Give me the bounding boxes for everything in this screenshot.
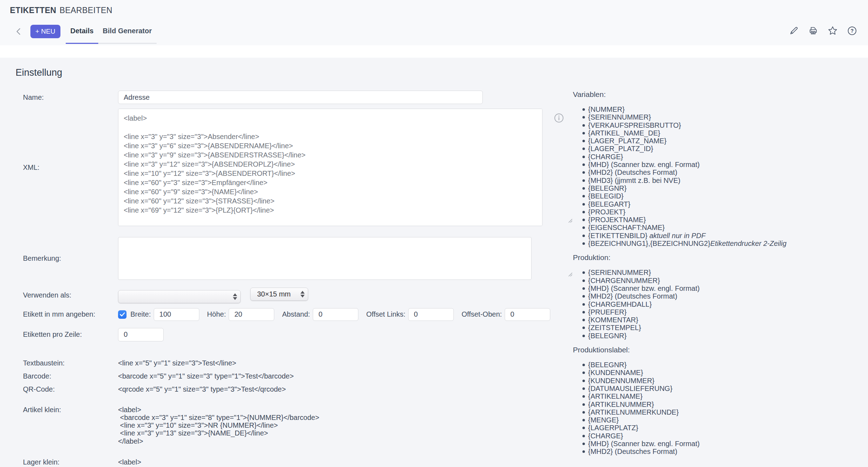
textbaustein-value: <line x="5" y="1" size="3">Test</line> — [118, 359, 574, 367]
variable-item: {BELEGID} — [582, 192, 860, 200]
variable-note: Etikettendrucker 2-Zeilig — [710, 240, 787, 247]
form-row-textbaustein: Textbaustein: <line x="5" y="1" size="3"… — [16, 359, 574, 367]
form-row-etiketten-pro-zeile: Etiketten pro Zeile: — [16, 328, 574, 341]
variable-item: {VERKAUFSPREISBRUTTO} — [582, 121, 860, 129]
variable-item: {SERIENNUMMER} — [582, 113, 860, 121]
variable-text: {MHD2} (Deutsches Format) — [588, 292, 677, 300]
question-circle-icon[interactable]: ? — [847, 25, 857, 36]
bemerkung-textarea[interactable] — [118, 237, 532, 280]
variable-text: {KUNDENNUMMER} — [588, 377, 655, 385]
variable-item: {MHD3} (jjmmtt z.B. bei NVE) — [582, 177, 860, 184]
variable-item: {CHARGE} — [582, 153, 860, 161]
variable-text: {LAGERPLATZ} — [588, 424, 638, 432]
textbaustein-label: Textbaustein: — [16, 359, 118, 367]
variable-text: {BELEGNR} — [588, 361, 627, 369]
mm-field-label: Breite: — [130, 310, 151, 318]
variable-item: {MHD} (Scanner bzw. engl. Format) — [582, 440, 860, 448]
form-row-xml: XML: <label> <line x="3" y="3" size="3">… — [16, 109, 574, 226]
variables-section-title: Variablen: — [573, 90, 860, 99]
artikel-klein-label: Artikel klein: — [16, 406, 118, 414]
verwenden-als-label: Verwenden als: — [16, 291, 118, 299]
variable-text: {MHD2} (Deutsches Format) — [588, 168, 677, 176]
mm-field: Offset Links: — [366, 308, 462, 321]
section-title: Einstellung — [16, 67, 574, 78]
variable-text: {BEZEICHNUNG1},{BEZEICHNUNG2} — [588, 240, 710, 247]
variable-item: {KOMMENTAR} — [582, 316, 860, 324]
page-title: ETIKETTENBEARBEITEN — [10, 6, 112, 15]
mm-field-input[interactable] — [229, 308, 274, 321]
format-select-value: 30×15 mm — [257, 290, 291, 298]
mm-field-input[interactable] — [154, 308, 199, 321]
form-row-etikett-mm: Etikett in mm angeben: Breite: Höhe: — [16, 308, 574, 321]
xml-label: XML: — [16, 163, 118, 172]
form-row-verwenden-als: Verwenden als: 30×15 mm — [16, 288, 574, 303]
mm-field-label: Höhe: — [207, 310, 226, 318]
page-title-module: ETIKETTEN — [10, 6, 56, 15]
qrcode-value: <qrcode x="5" y="1" size="3" type="3">Te… — [118, 385, 574, 393]
variable-item: {ETIKETTENBILD} aktuell nur in PDF — [582, 232, 860, 240]
variable-item: {CHARGE} — [582, 432, 860, 440]
resize-handle-icon[interactable] — [568, 272, 573, 278]
variable-item: {ARTIKELNAME} — [582, 392, 860, 400]
variables-panel: Variablen: {NUMMER} {SERIENNUMMER} {VERK… — [573, 90, 860, 462]
mm-field-input[interactable] — [313, 308, 358, 321]
barcode-label: Barcode: — [16, 372, 118, 380]
mm-field-input[interactable] — [408, 308, 454, 321]
variable-item: {SERIENNUMMER} — [582, 269, 860, 276]
variable-text: {MENGE} — [588, 416, 619, 424]
variable-item: {BELEGNR} — [582, 332, 860, 340]
back-button[interactable] — [13, 26, 25, 38]
mm-field: Breite: — [130, 308, 207, 321]
variable-text: {MHD2} (Deutsches Format) — [588, 448, 677, 455]
form-row-bemerkung: Bemerkung: — [16, 237, 574, 280]
variable-text: {BELEGART} — [588, 200, 631, 208]
tab-bild-generator[interactable]: Bild Generator — [98, 27, 157, 44]
resize-handle-icon[interactable] — [568, 218, 573, 224]
variable-text: {BELEGNR} — [588, 184, 627, 192]
mm-field-input[interactable] — [505, 308, 550, 321]
chevron-left-icon — [14, 27, 23, 38]
variable-text: {BELEGID} — [588, 192, 623, 200]
info-circle-icon[interactable] — [554, 113, 564, 125]
form-row-artikel-klein: Artikel klein: <label> <barcode x="3" y=… — [16, 406, 574, 445]
name-input[interactable] — [118, 91, 483, 104]
produktionslabel-list: {BELEGNR} {KUNDENNAME} {KUNDENNUMMER} {D… — [573, 361, 860, 456]
variable-item: {ARTIKELNUMMERKUNDE} — [582, 408, 860, 416]
printer-icon[interactable] — [808, 25, 819, 36]
toolbar-icons: ? — [788, 25, 857, 36]
variable-item: {PRUEFER} — [582, 308, 860, 316]
variable-text: {PROJEKTNAME} — [588, 216, 646, 224]
variable-text: {SERIENNUMMER} — [588, 269, 651, 276]
page-title-action: BEARBEITEN — [59, 6, 112, 15]
variable-text: {MHD} (Scanner bzw. engl. Format) — [588, 161, 700, 168]
mm-field-label: Abstand: — [282, 310, 310, 318]
variable-item: {EIGENSCHAFT:NAME} — [582, 224, 860, 231]
mm-field: Abstand: — [282, 308, 366, 321]
variable-note: aktuell nur in PDF — [649, 232, 705, 240]
variable-item: {MHD2} (Deutsches Format) — [582, 168, 860, 176]
etiketten-pro-zeile-input[interactable] — [118, 328, 164, 341]
mm-field: Offset-Oben: — [462, 308, 558, 321]
mm-field-label: Offset-Oben: — [462, 310, 502, 318]
xml-textarea[interactable]: <label> <line x="3" y="3" size="3">Absen… — [118, 109, 542, 226]
variable-item: {MHD2} (Deutsches Format) — [582, 292, 860, 300]
variable-text: {CHARGEMHDALL} — [588, 300, 652, 308]
main-content: Einstellung Name: XML: <label> <line x="… — [0, 58, 868, 467]
form-row-lager-klein: Lager klein: <label> <barcode x="3" y="1… — [16, 458, 574, 467]
variable-text: {MHD3} (jjmmtt z.B. bei NVE) — [588, 177, 680, 184]
variable-text: {ARTIKEL_NAME_DE} — [588, 129, 660, 137]
star-icon[interactable] — [827, 25, 838, 36]
variable-item: {PROJEKTNAME} — [582, 216, 860, 224]
etikett-mm-checkbox[interactable] — [118, 310, 127, 319]
format-select[interactable]: 30×15 mm — [250, 288, 308, 301]
select-arrows-icon — [233, 293, 237, 300]
settings-form: Einstellung Name: XML: <label> <line x="… — [16, 58, 574, 467]
variable-item: {MHD} (Scanner bzw. engl. Format) — [582, 161, 860, 168]
pencil-icon[interactable] — [788, 25, 799, 36]
etikett-mm-label: Etikett in mm angeben: — [16, 310, 118, 318]
tab-details[interactable]: Details — [66, 27, 98, 44]
new-button[interactable]: + NEU — [30, 25, 60, 38]
verwenden-als-select[interactable] — [118, 290, 241, 303]
etikett-mm-fields: Breite: Höhe: Abstand: Offset Li — [118, 308, 574, 321]
variable-text: {DATUMAUSLIEFERUNG} — [588, 385, 673, 392]
